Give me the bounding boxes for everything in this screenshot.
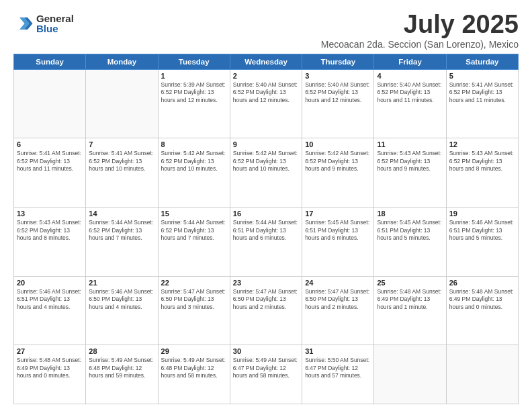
day-number: 7 [89,140,154,148]
day-info: Sunrise: 5:49 AM Sunset: 6:47 PM Dayligh… [233,357,299,379]
header: General Blue July 2025 Mecoacan 2da. Sec… [13,11,519,50]
table-row: 5Sunrise: 5:41 AM Sunset: 6:52 PM Daylig… [446,69,518,138]
table-row: 24Sunrise: 5:47 AM Sunset: 6:50 PM Dayli… [302,276,374,345]
table-row: 20Sunrise: 5:46 AM Sunset: 6:51 PM Dayli… [14,276,86,345]
col-saturday: Saturday [446,54,518,69]
day-number: 5 [449,72,515,80]
col-friday: Friday [374,54,446,69]
table-row: 7Sunrise: 5:41 AM Sunset: 6:52 PM Daylig… [86,138,158,208]
table-row: 4Sunrise: 5:40 AM Sunset: 6:52 PM Daylig… [374,69,446,138]
day-number: 19 [449,210,515,218]
day-number: 13 [17,210,83,218]
day-number: 16 [233,210,299,218]
day-number: 17 [305,210,371,218]
table-row: 31Sunrise: 5:50 AM Sunset: 6:47 PM Dayli… [302,345,374,404]
table-row: 2Sunrise: 5:40 AM Sunset: 6:52 PM Daylig… [230,69,302,138]
table-row: 22Sunrise: 5:47 AM Sunset: 6:50 PM Dayli… [158,276,230,345]
day-info: Sunrise: 5:48 AM Sunset: 6:49 PM Dayligh… [449,288,515,311]
day-number: 10 [305,140,371,148]
col-wednesday: Wednesday [230,54,302,69]
day-info: Sunrise: 5:45 AM Sunset: 6:51 PM Dayligh… [305,219,371,242]
day-info: Sunrise: 5:39 AM Sunset: 6:52 PM Dayligh… [161,81,227,104]
col-monday: Monday [86,54,158,69]
table-row [374,345,446,404]
table-row: 13Sunrise: 5:43 AM Sunset: 6:52 PM Dayli… [14,208,86,277]
day-info: Sunrise: 5:40 AM Sunset: 6:52 PM Dayligh… [233,81,299,104]
day-number: 31 [305,347,371,355]
day-number: 26 [449,279,515,287]
day-number: 11 [377,140,443,148]
table-row: 19Sunrise: 5:46 AM Sunset: 6:51 PM Dayli… [446,208,518,277]
calendar-week-row: 1Sunrise: 5:39 AM Sunset: 6:52 PM Daylig… [14,69,519,138]
table-row: 17Sunrise: 5:45 AM Sunset: 6:51 PM Dayli… [302,208,374,277]
col-sunday: Sunday [14,54,86,69]
calendar-week-row: 6Sunrise: 5:41 AM Sunset: 6:52 PM Daylig… [14,138,519,208]
day-info: Sunrise: 5:49 AM Sunset: 6:48 PM Dayligh… [161,357,227,379]
logo-icon [13,13,34,34]
day-info: Sunrise: 5:43 AM Sunset: 6:52 PM Dayligh… [17,219,83,242]
day-number: 24 [305,279,371,287]
table-row: 9Sunrise: 5:42 AM Sunset: 6:52 PM Daylig… [230,138,302,208]
day-info: Sunrise: 5:44 AM Sunset: 6:51 PM Dayligh… [233,219,299,242]
day-info: Sunrise: 5:43 AM Sunset: 6:52 PM Dayligh… [377,150,443,173]
day-info: Sunrise: 5:46 AM Sunset: 6:50 PM Dayligh… [89,288,154,311]
day-info: Sunrise: 5:42 AM Sunset: 6:52 PM Dayligh… [233,150,299,173]
day-info: Sunrise: 5:47 AM Sunset: 6:50 PM Dayligh… [233,288,299,311]
table-row: 27Sunrise: 5:48 AM Sunset: 6:49 PM Dayli… [14,345,86,404]
table-row [446,345,518,404]
table-row: 18Sunrise: 5:45 AM Sunset: 6:51 PM Dayli… [374,208,446,277]
day-info: Sunrise: 5:42 AM Sunset: 6:52 PM Dayligh… [305,150,371,173]
day-number: 20 [17,279,83,287]
day-number: 1 [161,72,227,80]
table-row: 30Sunrise: 5:49 AM Sunset: 6:47 PM Dayli… [230,345,302,404]
day-info: Sunrise: 5:47 AM Sunset: 6:50 PM Dayligh… [305,288,371,311]
table-row: 10Sunrise: 5:42 AM Sunset: 6:52 PM Dayli… [302,138,374,208]
logo-general-text: General [36,13,74,24]
day-info: Sunrise: 5:41 AM Sunset: 6:52 PM Dayligh… [89,150,154,173]
main-title: July 2025 [321,11,519,39]
table-row: 11Sunrise: 5:43 AM Sunset: 6:52 PM Dayli… [374,138,446,208]
day-info: Sunrise: 5:43 AM Sunset: 6:52 PM Dayligh… [449,150,515,173]
logo-text: General Blue [36,13,74,34]
table-row: 21Sunrise: 5:46 AM Sunset: 6:50 PM Dayli… [86,276,158,345]
calendar-table: Sunday Monday Tuesday Wednesday Thursday… [13,54,519,404]
day-info: Sunrise: 5:46 AM Sunset: 6:51 PM Dayligh… [449,219,515,242]
day-number: 18 [377,210,443,218]
table-row: 12Sunrise: 5:43 AM Sunset: 6:52 PM Dayli… [446,138,518,208]
title-block: July 2025 Mecoacan 2da. Seccion (San Lor… [321,11,519,50]
day-info: Sunrise: 5:47 AM Sunset: 6:50 PM Dayligh… [161,288,227,311]
day-number: 14 [89,210,154,218]
day-info: Sunrise: 5:44 AM Sunset: 6:52 PM Dayligh… [89,219,154,242]
day-info: Sunrise: 5:44 AM Sunset: 6:52 PM Dayligh… [161,219,227,242]
day-info: Sunrise: 5:45 AM Sunset: 6:51 PM Dayligh… [377,219,443,242]
day-number: 30 [233,347,299,355]
table-row: 8Sunrise: 5:42 AM Sunset: 6:52 PM Daylig… [158,138,230,208]
table-row: 25Sunrise: 5:48 AM Sunset: 6:49 PM Dayli… [374,276,446,345]
day-info: Sunrise: 5:41 AM Sunset: 6:52 PM Dayligh… [449,81,515,104]
day-info: Sunrise: 5:40 AM Sunset: 6:52 PM Dayligh… [377,81,443,104]
calendar-week-row: 27Sunrise: 5:48 AM Sunset: 6:49 PM Dayli… [14,345,519,404]
col-thursday: Thursday [302,54,374,69]
calendar-week-row: 13Sunrise: 5:43 AM Sunset: 6:52 PM Dayli… [14,208,519,277]
logo: General Blue [13,13,74,34]
day-number: 28 [89,347,154,355]
day-number: 2 [233,72,299,80]
table-row: 15Sunrise: 5:44 AM Sunset: 6:52 PM Dayli… [158,208,230,277]
day-number: 25 [377,279,443,287]
calendar-header-row: Sunday Monday Tuesday Wednesday Thursday… [14,54,519,69]
day-number: 22 [161,279,227,287]
table-row [86,69,158,138]
calendar-week-row: 20Sunrise: 5:46 AM Sunset: 6:51 PM Dayli… [14,276,519,345]
table-row: 28Sunrise: 5:49 AM Sunset: 6:48 PM Dayli… [86,345,158,404]
col-tuesday: Tuesday [158,54,230,69]
table-row: 26Sunrise: 5:48 AM Sunset: 6:49 PM Dayli… [446,276,518,345]
table-row: 6Sunrise: 5:41 AM Sunset: 6:52 PM Daylig… [14,138,86,208]
table-row: 23Sunrise: 5:47 AM Sunset: 6:50 PM Dayli… [230,276,302,345]
table-row: 29Sunrise: 5:49 AM Sunset: 6:48 PM Dayli… [158,345,230,404]
day-number: 4 [377,72,443,80]
day-number: 3 [305,72,371,80]
table-row: 1Sunrise: 5:39 AM Sunset: 6:52 PM Daylig… [158,69,230,138]
day-number: 6 [17,140,83,148]
day-number: 27 [17,347,83,355]
day-info: Sunrise: 5:41 AM Sunset: 6:52 PM Dayligh… [17,150,83,173]
